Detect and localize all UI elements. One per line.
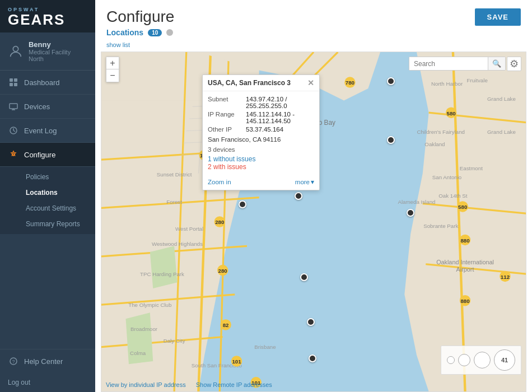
svg-point-0 bbox=[13, 46, 18, 51]
logo-area: OPSWAT GEARS bbox=[0, 0, 95, 32]
configure-icon bbox=[8, 149, 19, 160]
help-label: Help Center bbox=[24, 357, 63, 366]
svg-rect-4 bbox=[14, 83, 17, 86]
popup-iprange-value: 145.112.144.10 - 145.112.144.50 bbox=[246, 111, 314, 124]
configure-submenu: Policies Locations Account Settings Summ… bbox=[0, 167, 95, 234]
location-popup: USA, CA, San Francisco 3 ✕ Subnet 143.97… bbox=[202, 74, 320, 190]
sidebar-item-configure[interactable]: Configure bbox=[0, 143, 95, 167]
svg-text:Daly City: Daly City bbox=[164, 338, 185, 344]
zoom-out-button[interactable]: − bbox=[106, 69, 119, 82]
devices-label: Devices bbox=[24, 102, 50, 111]
svg-text:Brisbane: Brisbane bbox=[254, 344, 276, 350]
main-content: Configure SAVE Locations 10 show list bbox=[95, 0, 532, 392]
svg-text:San Antonio: San Antonio bbox=[432, 174, 461, 180]
submenu-account-settings[interactable]: Account Settings bbox=[0, 200, 95, 216]
popup-iprange-label: IP Range bbox=[208, 111, 246, 124]
popup-footer: Zoom in more ▾ bbox=[203, 175, 319, 190]
user-icon bbox=[8, 44, 24, 59]
logout-link[interactable]: Log out bbox=[0, 373, 95, 392]
svg-text:82: 82 bbox=[223, 322, 229, 328]
popup-title: USA, CA, San Francisco 3 bbox=[208, 79, 291, 87]
locations-badge: 10 bbox=[148, 29, 162, 36]
zoom-in-button[interactable]: + bbox=[106, 57, 119, 69]
map-bottom-links: View by individual IP address Show Remot… bbox=[106, 381, 272, 388]
user-org: Medical Facility North bbox=[29, 49, 87, 62]
popup-body: Subnet 143.97.42.10 / 255.255.255.0 IP R… bbox=[203, 91, 319, 175]
svg-text:Broadmoor: Broadmoor bbox=[130, 326, 158, 332]
legend-bubble-2 bbox=[458, 354, 470, 366]
map-pin-10[interactable] bbox=[309, 354, 316, 362]
svg-text:280: 280 bbox=[215, 219, 224, 225]
svg-text:The Olympic Club: The Olympic Club bbox=[128, 302, 171, 308]
popup-issues-none: 1 without issues bbox=[208, 155, 314, 163]
svg-text:580: 580 bbox=[458, 204, 467, 210]
remote-ip-link[interactable]: Show Remote IP addresses bbox=[196, 381, 272, 388]
map-search-input[interactable] bbox=[409, 57, 488, 70]
popup-subnet-label: Subnet bbox=[208, 96, 246, 109]
sub-header: Locations 10 bbox=[95, 26, 532, 41]
map-pin-8[interactable] bbox=[300, 273, 308, 281]
help-icon: ? bbox=[8, 356, 19, 367]
svg-text:Grand Lake: Grand Lake bbox=[487, 129, 516, 135]
svg-rect-1 bbox=[10, 78, 13, 82]
popup-otherip-label: Other IP bbox=[208, 126, 246, 133]
popup-otherip-row: Other IP 53.37.45.164 bbox=[208, 126, 314, 133]
sidebar-item-dashboard[interactable]: Dashboard bbox=[0, 71, 95, 95]
event-log-label: Event Log bbox=[24, 127, 57, 135]
popup-more-link[interactable]: more ▾ bbox=[295, 178, 314, 186]
svg-text:Westwood Highlands: Westwood Highlands bbox=[152, 241, 203, 247]
svg-text:101: 101 bbox=[232, 358, 241, 365]
popup-otherip-value: 53.37.45.164 bbox=[246, 126, 283, 133]
svg-text:Forest: Forest bbox=[166, 199, 182, 205]
devices-icon bbox=[8, 101, 19, 112]
configure-label: Configure bbox=[24, 151, 55, 159]
map-zoom-controls: + − bbox=[106, 57, 119, 82]
svg-rect-2 bbox=[14, 78, 17, 82]
svg-text:Grand Lake: Grand Lake bbox=[487, 96, 516, 102]
map-pin-7[interactable] bbox=[407, 209, 414, 217]
legend-bubble-4: 41 bbox=[494, 349, 515, 371]
popup-issues-with: 2 with issues bbox=[208, 163, 314, 171]
event-log-icon bbox=[8, 125, 19, 136]
svg-text:280: 280 bbox=[218, 268, 227, 274]
legend-bubble-1 bbox=[447, 356, 455, 364]
popup-close-button[interactable]: ✕ bbox=[307, 79, 314, 87]
popup-zoom-in[interactable]: Zoom in bbox=[208, 179, 231, 185]
map-search[interactable]: 🔍 bbox=[409, 57, 506, 71]
submenu-summary-reports[interactable]: Summary Reports bbox=[0, 216, 95, 232]
map-settings-icon[interactable]: ⚙ bbox=[507, 57, 521, 71]
page-title: Configure bbox=[106, 8, 174, 26]
dashboard-icon bbox=[8, 77, 19, 88]
svg-text:Airport: Airport bbox=[456, 266, 474, 273]
top-bar: Configure SAVE bbox=[95, 0, 532, 26]
sidebar-item-event-log[interactable]: Event Log bbox=[0, 119, 95, 143]
map-container: San Francisco Bay Oakland International … bbox=[101, 52, 526, 392]
map-search-button[interactable]: 🔍 bbox=[488, 57, 505, 70]
svg-marker-43 bbox=[150, 246, 178, 288]
popup-devices: 3 devices bbox=[208, 146, 314, 153]
submenu-locations[interactable]: Locations bbox=[0, 185, 95, 200]
svg-text:North Harbor: North Harbor bbox=[431, 81, 463, 87]
popup-city: San Francisco, CA 94116 bbox=[208, 136, 314, 143]
legend-bubble-3 bbox=[474, 352, 491, 368]
help-center-link[interactable]: ? Help Center bbox=[0, 349, 95, 373]
sidebar-item-devices[interactable]: Devices bbox=[0, 95, 95, 119]
show-list-link[interactable]: show list bbox=[95, 41, 532, 52]
user-info: Benny Medical Facility North bbox=[0, 32, 95, 71]
status-indicator bbox=[166, 29, 173, 36]
popup-subnet-row: Subnet 143.97.42.10 / 255.255.255.0 bbox=[208, 96, 314, 109]
submenu-policies[interactable]: Policies bbox=[0, 169, 95, 185]
svg-text:Eastmont: Eastmont bbox=[460, 165, 483, 171]
map-pin-9[interactable] bbox=[307, 318, 315, 326]
map-pin-5[interactable] bbox=[295, 192, 302, 200]
map-pin-6[interactable] bbox=[239, 200, 246, 208]
save-button[interactable]: SAVE bbox=[475, 8, 521, 26]
individual-ip-link[interactable]: View by individual IP address bbox=[106, 381, 186, 388]
svg-rect-5 bbox=[10, 104, 17, 109]
map-pin-1[interactable] bbox=[387, 77, 395, 85]
svg-text:880: 880 bbox=[460, 237, 469, 244]
dashboard-label: Dashboard bbox=[24, 78, 60, 87]
locations-title: Locations bbox=[106, 28, 143, 37]
svg-text:Oakland International: Oakland International bbox=[436, 259, 494, 265]
map-pin-2[interactable] bbox=[387, 136, 395, 144]
